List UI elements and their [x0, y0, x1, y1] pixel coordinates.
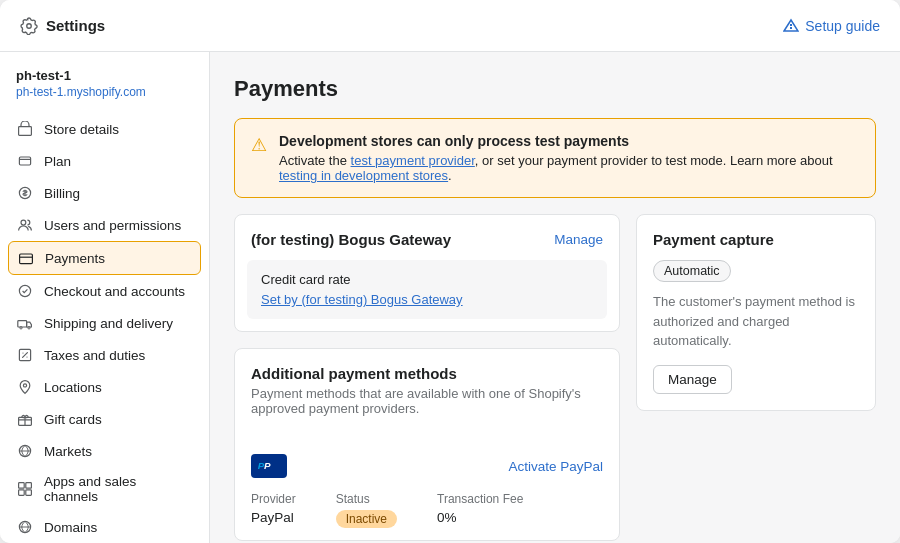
sidebar-label: Plan — [44, 154, 71, 169]
provider-value: PayPal — [251, 510, 296, 525]
additional-payments-subtitle: Payment methods that are available with … — [251, 386, 603, 416]
sidebar-label: Payments — [45, 251, 105, 266]
paypal-row: P P Activate PayPal Provider PayPal — [235, 442, 619, 540]
main-layout: ph-test-1 ph-test-1.myshopify.com Store … — [0, 52, 900, 543]
provider-cols: Provider PayPal Status Inactive Transact… — [251, 492, 603, 528]
sidebar-item-plan[interactable]: Plan — [0, 145, 209, 177]
sidebar-label: Locations — [44, 380, 102, 395]
svg-text:P: P — [264, 461, 271, 472]
svg-rect-10 — [18, 321, 27, 327]
sidebar-label: Checkout and accounts — [44, 284, 185, 299]
provider-label: Provider — [251, 492, 296, 506]
checkout-icon — [16, 282, 34, 300]
svg-rect-4 — [19, 127, 32, 136]
sidebar-item-checkout[interactable]: Checkout and accounts — [0, 275, 209, 307]
gateway-title: (for testing) Bogus Gateway — [251, 231, 451, 248]
content-right: Payment capture Automatic The customer's… — [636, 214, 876, 543]
locations-icon — [16, 378, 34, 396]
store-icon — [16, 120, 34, 138]
svg-point-0 — [27, 23, 32, 28]
sidebar-label: Gift cards — [44, 412, 102, 427]
sidebar-item-store-details[interactable]: Store details — [0, 113, 209, 145]
users-icon — [16, 216, 34, 234]
svg-point-14 — [23, 384, 26, 387]
sidebar-item-payments[interactable]: Payments — [8, 241, 201, 275]
svg-point-11 — [20, 327, 22, 329]
test-payment-provider-link[interactable]: test payment provider — [351, 153, 475, 168]
setup-guide-button[interactable]: Setup guide — [783, 18, 880, 34]
provider-col: Provider PayPal — [251, 492, 296, 528]
svg-rect-3 — [790, 24, 792, 26]
store-name: ph-test-1 — [0, 68, 209, 85]
svg-point-12 — [28, 327, 30, 329]
apps-icon — [16, 480, 34, 498]
giftcards-icon — [16, 410, 34, 428]
gateway-inner: Credit card rate Set by (for testing) Bo… — [247, 260, 607, 319]
svg-rect-17 — [19, 483, 25, 489]
sidebar-item-taxes[interactable]: Taxes and duties — [0, 339, 209, 371]
store-url[interactable]: ph-test-1.myshopify.com — [0, 85, 209, 113]
alert-body-middle: , or set your payment provider to test m… — [475, 153, 833, 168]
status-badge: Inactive — [336, 510, 397, 528]
set-by-gateway-link[interactable]: Set by (for testing) Bogus Gateway — [261, 292, 463, 307]
sidebar-item-apps[interactable]: Apps and sales channels — [0, 467, 209, 511]
content-left: (for testing) Bogus Gateway Manage Credi… — [234, 214, 620, 543]
fee-value: 0% — [437, 510, 523, 525]
svg-rect-19 — [19, 490, 25, 496]
payments-icon — [17, 249, 35, 267]
testing-in-stores-link[interactable]: testing in development stores — [279, 168, 448, 183]
provider-top: P P Activate PayPal — [251, 454, 603, 478]
sidebar-item-users[interactable]: Users and permissions — [0, 209, 209, 241]
payment-capture-card: Payment capture Automatic The customer's… — [636, 214, 876, 411]
sidebar-label: Taxes and duties — [44, 348, 145, 363]
markets-icon — [16, 442, 34, 460]
sidebar-label: Shipping and delivery — [44, 316, 173, 331]
billing-icon — [16, 184, 34, 202]
sidebar: ph-test-1 ph-test-1.myshopify.com Store … — [0, 52, 210, 543]
sidebar-label: Apps and sales channels — [44, 474, 193, 504]
content-columns: (for testing) Bogus Gateway Manage Credi… — [234, 214, 876, 543]
sidebar-item-domains[interactable]: Domains — [0, 511, 209, 543]
additional-payments-titles: Additional payment methods Payment metho… — [251, 365, 603, 430]
credit-card-rate-label: Credit card rate — [261, 272, 593, 287]
sidebar-label: Markets — [44, 444, 92, 459]
svg-rect-18 — [26, 483, 32, 489]
sidebar-label: Billing — [44, 186, 80, 201]
alert-body-before: Activate the — [279, 153, 351, 168]
svg-rect-2 — [790, 27, 792, 29]
activate-paypal-link[interactable]: Activate PayPal — [508, 459, 603, 474]
paypal-logo: P P — [251, 454, 287, 478]
svg-point-7 — [21, 220, 26, 225]
alert-content: Development stores can only process test… — [279, 133, 859, 183]
alert-body-after: . — [448, 168, 452, 183]
sidebar-label: Store details — [44, 122, 119, 137]
top-bar: Settings Setup guide — [0, 0, 900, 52]
setup-guide-label: Setup guide — [805, 18, 880, 34]
payment-capture-desc: The customer's payment method is authori… — [653, 292, 859, 351]
sidebar-item-giftcards[interactable]: Gift cards — [0, 403, 209, 435]
additional-payments-title: Additional payment methods — [251, 365, 603, 382]
gateway-manage-link[interactable]: Manage — [554, 232, 603, 247]
top-bar-left: Settings — [20, 17, 105, 35]
payment-capture-manage-button[interactable]: Manage — [653, 365, 732, 394]
status-label: Status — [336, 492, 397, 506]
additional-payments-card: Additional payment methods Payment metho… — [234, 348, 620, 541]
plan-icon — [16, 152, 34, 170]
page-title: Payments — [234, 76, 876, 102]
taxes-icon — [16, 346, 34, 364]
alert-banner: ⚠ Development stores can only process te… — [234, 118, 876, 198]
additional-payments-header: Additional payment methods Payment metho… — [235, 349, 619, 442]
settings-gear-icon — [20, 17, 38, 35]
alert-body: Activate the test payment provider, or s… — [279, 153, 859, 183]
sidebar-item-locations[interactable]: Locations — [0, 371, 209, 403]
gateway-card: (for testing) Bogus Gateway Manage Credi… — [234, 214, 620, 332]
content-area: Payments ⚠ Development stores can only p… — [210, 52, 900, 543]
svg-rect-8 — [20, 254, 33, 264]
sidebar-label: Domains — [44, 520, 97, 535]
sidebar-item-billing[interactable]: Billing — [0, 177, 209, 209]
fee-label: Transaction Fee — [437, 492, 523, 506]
gateway-card-header: (for testing) Bogus Gateway Manage — [235, 215, 619, 260]
sidebar-item-shipping[interactable]: Shipping and delivery — [0, 307, 209, 339]
top-bar-title: Settings — [46, 17, 105, 34]
sidebar-item-markets[interactable]: Markets — [0, 435, 209, 467]
